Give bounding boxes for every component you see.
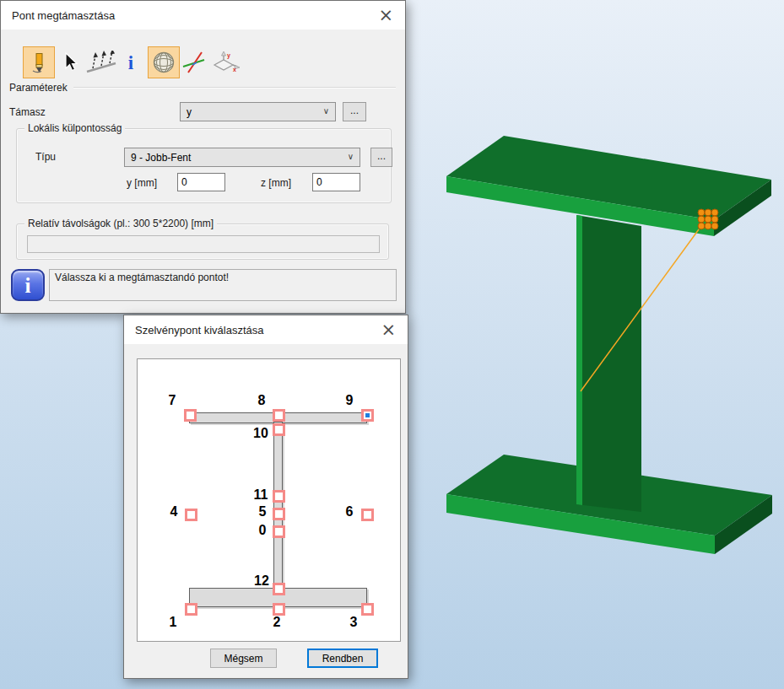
section-point-label-9: 9 — [346, 393, 354, 408]
chevron-down-icon: ∨ — [323, 106, 329, 116]
svg-text:i: i — [128, 52, 134, 73]
support-marker-ball — [711, 209, 718, 216]
parameters-label: Paraméterek — [9, 82, 68, 94]
support-combo[interactable]: y ∨ — [180, 102, 336, 121]
support-marker-icon[interactable] — [698, 209, 718, 229]
cancel-button[interactable]: Mégsem — [210, 649, 277, 668]
section-point-label-6: 6 — [346, 504, 354, 519]
section-dialog-titlebar[interactable]: Szelvénypont kiválasztása × — [124, 315, 408, 344]
support-marker-ball — [711, 216, 718, 223]
support-toolbar: i y — [23, 46, 242, 78]
ecc-z-input[interactable] — [312, 173, 360, 191]
support-label: Támasz — [9, 106, 46, 118]
status-message-box: Válassza ki a megtámasztandó pontot! — [49, 269, 397, 301]
section-point-label-4: 4 — [170, 504, 178, 519]
support-dialog: Pont megtámasztása × — [0, 0, 406, 314]
status-message: Válassza ki a megtámasztandó pontot! — [55, 272, 229, 283]
chevron-down-icon: ∨ — [348, 152, 354, 161]
beam-face-web-front — [576, 215, 641, 512]
section-shape-web — [273, 422, 283, 589]
section-point-handle-7[interactable] — [184, 409, 197, 422]
section-point-handle-10[interactable] — [273, 423, 285, 436]
section-point-handle-3[interactable] — [361, 603, 374, 616]
toolbar-button-info[interactable]: i — [121, 46, 141, 78]
section-point-canvas[interactable]: 7891011504612123 — [137, 358, 401, 642]
support-browse-button[interactable]: ... — [343, 102, 366, 121]
toolbar-button-local-axes[interactable] — [180, 46, 208, 78]
section-point-handle-6[interactable] — [361, 509, 374, 521]
support-marker-ball — [698, 216, 705, 223]
line-supports-icon — [85, 51, 119, 74]
eccentricity-type-value: 9 - Jobb-Fent — [131, 152, 191, 164]
plane-xy-icon: y x — [211, 51, 240, 74]
toolbar-button-supports-along-line[interactable] — [84, 46, 121, 78]
section-point-label-5: 5 — [259, 504, 267, 519]
section-point-label-2: 2 — [273, 615, 281, 630]
section-dialog-title: Szelvénypont kiválasztása — [135, 324, 263, 336]
relative-distances-input[interactable] — [27, 235, 380, 253]
section-point-handle-9[interactable] — [361, 409, 374, 422]
close-icon[interactable]: × — [376, 7, 395, 24]
toolbar-button-reference-plane[interactable]: y x — [208, 46, 242, 78]
section-point-handle-0[interactable] — [273, 525, 285, 538]
eccentricity-type-combo[interactable]: 9 - Jobb-Fent ∨ — [124, 148, 360, 167]
eccentricity-group: Lokális külpontosság Típu 9 - Jobb-Fent … — [16, 128, 392, 203]
section-point-label-8: 8 — [258, 393, 266, 408]
section-point-handle-1[interactable] — [185, 603, 197, 616]
cursor-icon — [59, 51, 79, 73]
ecc-y-input[interactable] — [177, 173, 225, 191]
section-point-label-11: 11 — [254, 487, 268, 503]
type-label: Típu — [35, 151, 56, 163]
eccentricity-group-label: Lokális külpontosság — [24, 122, 125, 134]
section-point-label-1: 1 — [170, 615, 177, 630]
toolbar-button-define-support[interactable] — [23, 46, 55, 78]
axes-icon — [181, 51, 207, 74]
toolbar-button-select[interactable] — [55, 46, 84, 78]
support-marker-ball — [705, 209, 711, 216]
section-point-dialog: Szelvénypont kiválasztása × 789101150461… — [123, 315, 408, 679]
parameters-separator: Paraméterek — [9, 82, 396, 94]
section-point-label-7: 7 — [169, 393, 176, 408]
section-point-handle-12[interactable] — [273, 583, 285, 595]
support-marker-ball — [711, 223, 718, 229]
section-point-handle-5[interactable] — [273, 508, 285, 520]
section-point-label-3: 3 — [350, 615, 358, 630]
support-dialog-title: Pont megtámasztása — [12, 9, 115, 22]
beam-face-web-edge-highlight — [576, 215, 582, 505]
section-point-handle-8[interactable] — [273, 409, 285, 422]
support-marker-ball — [705, 223, 711, 229]
support-combo-value: y — [187, 106, 192, 118]
section-point-handle-4[interactable] — [185, 509, 197, 521]
support-marker-ball — [698, 223, 705, 229]
section-point-label-12: 12 — [254, 573, 269, 589]
info-icon: i — [11, 269, 45, 301]
section-point-handle-11[interactable] — [273, 490, 285, 503]
svg-text:y: y — [227, 52, 230, 59]
ok-button[interactable]: Rendben — [307, 649, 378, 668]
section-point-label-0: 0 — [259, 523, 267, 538]
relative-distances-group: Relatív távolságok (pl.: 300 5*2200) [mm… — [16, 223, 389, 260]
support-marker-ball — [698, 209, 705, 216]
globe-icon — [152, 51, 176, 74]
info-letter-icon: i — [125, 51, 137, 73]
toolbar-button-global-sphere[interactable] — [148, 46, 180, 78]
pencil-icon — [28, 51, 50, 73]
relative-distances-label: Relatív távolságok (pl.: 300 5*2200) [mm… — [24, 218, 217, 229]
close-icon[interactable]: × — [379, 321, 397, 338]
eccentricity-browse-button[interactable]: ... — [370, 148, 392, 167]
svg-text:x: x — [233, 67, 236, 73]
ecc-z-label: z [mm] — [261, 177, 291, 189]
support-marker-ball — [705, 216, 711, 223]
section-point-handle-2[interactable] — [273, 603, 285, 616]
section-point-label-10: 10 — [253, 426, 268, 441]
ecc-y-label: y [mm] — [127, 177, 157, 189]
support-dialog-titlebar[interactable]: Pont megtámasztása × — [1, 1, 405, 30]
